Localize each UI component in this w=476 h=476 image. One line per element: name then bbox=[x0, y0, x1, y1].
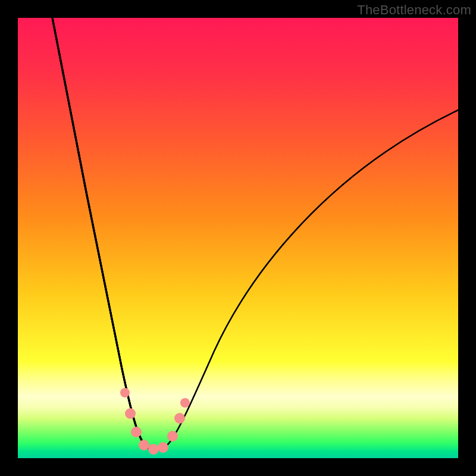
data-marker bbox=[120, 388, 130, 397]
gradient-background bbox=[18, 18, 458, 458]
data-marker bbox=[148, 444, 159, 455]
data-marker bbox=[139, 440, 149, 450]
data-marker bbox=[131, 427, 142, 437]
data-marker bbox=[180, 398, 190, 408]
data-marker bbox=[158, 442, 168, 453]
data-marker bbox=[174, 413, 185, 424]
data-marker bbox=[125, 408, 136, 419]
watermark-text: TheBottleneck.com bbox=[357, 2, 471, 18]
data-marker bbox=[167, 431, 178, 441]
chart-frame: TheBottleneck.com bbox=[0, 0, 476, 476]
bottleneck-chart bbox=[18, 18, 458, 458]
plot-area bbox=[18, 18, 458, 458]
